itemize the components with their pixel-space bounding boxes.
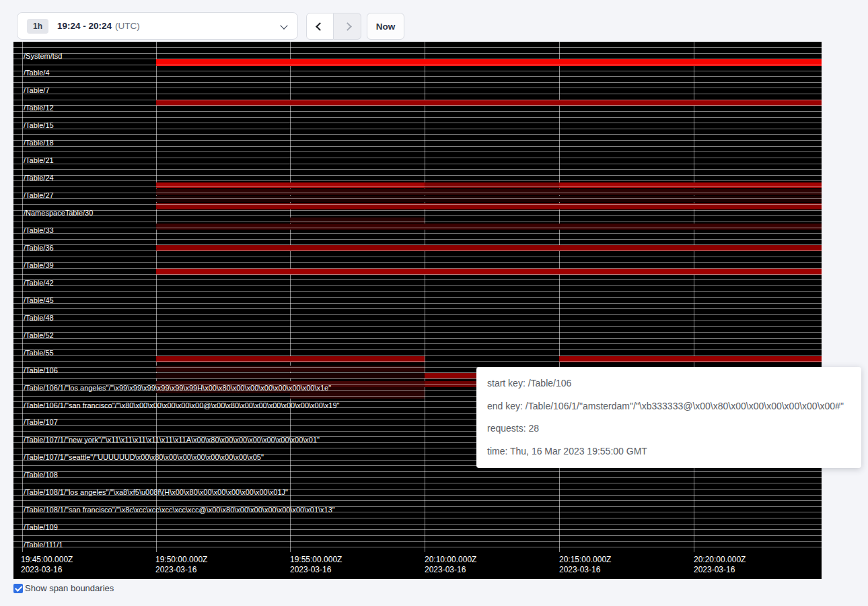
heatmap-row-label: /Table/4 (24, 69, 50, 77)
heatmap-row-label: /Table/39 (24, 261, 54, 269)
span-boundary-line (13, 94, 822, 94)
span-boundary-line (13, 239, 822, 240)
heatmap-row-label: /Table/108 (24, 471, 58, 479)
heatmap-row-label: /Table/107/1/"new york"/"\x11\x11\x11\x1… (24, 436, 320, 444)
heatmap-row-label: /Table/111/1 (24, 541, 63, 549)
x-axis-tick: 20:15:00.000Z2023-03-16 (559, 555, 611, 575)
tooltip-start-key: start key: /Table/106 (487, 372, 851, 395)
span-boundary-line (13, 250, 822, 251)
heatmap-row-label: /Table/18 (24, 139, 54, 147)
span-boundary-line (13, 65, 822, 65)
heatmap-row-label: /Table/107 (24, 418, 58, 426)
span-boundary-line (13, 244, 822, 245)
x-axis-tick: 20:10:00.000Z2023-03-16 (425, 555, 476, 575)
heatmap-row-label: /Table/45 (24, 296, 54, 304)
heatmap-row-label: /Table/106/1/"los angeles"/"\x99\x99\x99… (24, 384, 331, 392)
span-boundary-line (13, 518, 822, 518)
heatmap-row-label: /Table/24 (24, 174, 54, 182)
tooltip-end-key: end key: /Table/106/1/"amsterdam"/"\xb33… (487, 395, 851, 418)
time-nav-group (306, 13, 361, 40)
span-boundary-line (13, 361, 822, 362)
span-boundary-line (13, 228, 822, 228)
heatmap-row-label: /Table/48 (24, 314, 54, 322)
heatmap-row-label: /Table/7 (24, 86, 50, 94)
heatmap-row-label: /Table/21 (24, 156, 54, 164)
heatmap-band (156, 373, 425, 378)
span-boundary-line (13, 262, 822, 263)
heatmap-band (156, 224, 822, 230)
span-boundary-line (13, 193, 822, 193)
show-span-boundaries-checkbox[interactable] (13, 584, 23, 593)
span-boundary-line (13, 88, 822, 88)
span-boundary-line (13, 268, 822, 269)
span-boundary-line (13, 105, 822, 106)
span-boundary-line (13, 222, 822, 222)
span-boundary-line (13, 535, 822, 536)
span-boundary-line (13, 187, 822, 187)
time-range-selector[interactable]: 1h 19:24 - 20:24 (UTC) (17, 12, 298, 40)
span-boundary-line (13, 547, 822, 547)
span-boundary-line (13, 483, 822, 483)
heatmap-row-label: /Table/36 (24, 244, 54, 252)
x-axis-tick: 19:45:00.000Z2023-03-16 (21, 555, 73, 575)
toolbar: 1h 19:24 - 20:24 (UTC) Now (0, 0, 868, 42)
next-range-button[interactable] (334, 13, 361, 40)
span-boundary-line (13, 59, 822, 59)
span-boundary-line (13, 158, 822, 158)
span-boundary-line (13, 314, 822, 315)
show-span-boundaries-label: Show span boundaries (25, 583, 114, 593)
span-boundary-line (13, 76, 822, 77)
span-boundary-line (13, 180, 822, 181)
heatmap-row-label: /Table/108/1/"los angeles"/"\xa8\xf5\u00… (24, 488, 288, 496)
now-button[interactable]: Now (367, 13, 404, 40)
prev-range-button[interactable] (306, 13, 334, 40)
span-boundary-line (13, 279, 822, 280)
span-boundary-line (13, 215, 822, 216)
span-boundary-line (13, 146, 822, 147)
heatmap-row-label: /Table/106/1/"san francisco"/"\x80\x00\x… (24, 401, 340, 409)
span-boundary-line (13, 71, 822, 71)
span-boundary-line (13, 175, 822, 176)
span-boundary-line (13, 233, 822, 234)
span-boundary-line (13, 198, 822, 199)
heatmap-row-label: /Table/107/1/"seattle"/"UUUUUUD\x00\x80\… (24, 453, 264, 461)
span-boundary-line (13, 326, 822, 327)
heatmap-row-label: /Table/27 (24, 191, 54, 199)
chevron-right-icon (343, 22, 352, 31)
heatmap-row-label: /Table/52 (24, 331, 54, 339)
span-boundary-line (13, 111, 822, 112)
heatmap-row-label: /Table/15 (24, 121, 54, 129)
span-boundary-line (13, 47, 822, 48)
heatmap-row-label: /Table/55 (24, 349, 54, 357)
span-boundary-line (13, 204, 822, 205)
span-boundary-line (13, 349, 822, 350)
span-boundary-line (13, 343, 822, 344)
x-axis-tick: 19:50:00.000Z2023-03-16 (155, 555, 207, 575)
span-boundary-line (13, 53, 822, 54)
heatmap-band (156, 196, 822, 202)
span-boundary-line (13, 297, 822, 298)
heatmap-row-label: /System/tsd (24, 52, 62, 60)
span-boundary-line (13, 274, 822, 275)
tooltip-time: time: Thu, 16 Mar 2023 19:55:00 GMT (487, 440, 851, 463)
span-boundary-line (13, 210, 822, 211)
span-boundary-line (13, 257, 822, 257)
key-visualizer-heatmap[interactable]: /System/tsd/Table/4/Table/7/Table/12/Tab… (13, 42, 822, 579)
heatmap-row-label: /Table/12 (24, 104, 54, 112)
x-axis-tick: 19:55:00.000Z2023-03-16 (290, 555, 342, 575)
time-range-text: 19:24 - 20:24 (57, 21, 112, 31)
heatmap-row-label: /Table/42 (24, 279, 54, 287)
heatmap-row-label: /Table/108/1/"san francisco"/"\x8c\xcc\x… (24, 506, 335, 514)
span-boundary-line (13, 100, 822, 100)
chevron-down-icon (280, 22, 287, 29)
span-boundary-line (13, 529, 822, 530)
span-boundary-line (13, 140, 822, 141)
heatmap-tooltip: start key: /Table/106 end key: /Table/10… (476, 367, 861, 468)
span-boundary-line (13, 477, 822, 478)
span-boundary-line (13, 338, 822, 339)
span-boundary-line (13, 308, 822, 309)
heatmap-row-label: /NamespaceTable/30 (24, 209, 93, 217)
span-boundary-line (13, 524, 822, 525)
tooltip-requests: requests: 28 (487, 417, 851, 440)
span-boundary-line (13, 117, 822, 118)
